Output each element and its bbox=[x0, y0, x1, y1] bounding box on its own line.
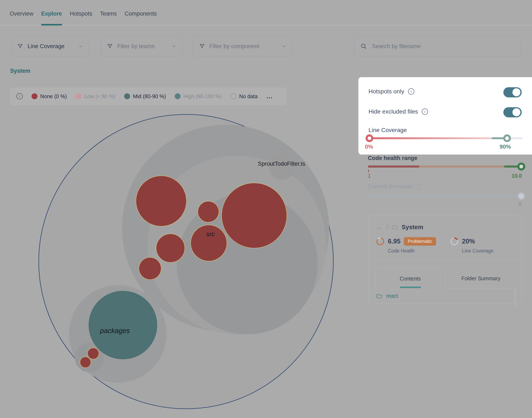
list-item-react[interactable]: react bbox=[369, 289, 521, 303]
legend-dot-outline bbox=[230, 93, 236, 99]
chart-label-src: src bbox=[206, 231, 215, 238]
legend-more-button[interactable]: ... bbox=[266, 93, 273, 100]
code-health-max-value: 10.0 bbox=[505, 173, 522, 179]
top-nav: Overview Explore Hotspots Teams Componen… bbox=[0, 0, 532, 25]
chart-label-packages: packages bbox=[100, 327, 130, 335]
app-page: SproutTodoFilter.tssrcpackages Overview … bbox=[0, 0, 532, 418]
component-filter-placeholder: Filter by component bbox=[209, 43, 259, 50]
legend-label: High (90-100 %) bbox=[183, 93, 222, 99]
search-icon bbox=[360, 43, 367, 50]
line-coverage-value: 20% bbox=[462, 238, 475, 245]
commit-threshold-handle[interactable] bbox=[518, 192, 525, 200]
code-health-range-label: Code health range bbox=[368, 155, 418, 162]
line-coverage-max-handle[interactable] bbox=[503, 134, 511, 142]
teams-filter-dropdown[interactable]: Filter by teams bbox=[101, 36, 182, 56]
legend-item-high[interactable]: High (90-100 %) bbox=[175, 93, 222, 99]
slider-track-red bbox=[368, 137, 492, 139]
folder-icon bbox=[376, 293, 382, 299]
path-separator: / bbox=[387, 224, 388, 231]
line-coverage-donut-icon bbox=[450, 237, 459, 245]
slider-track-tan bbox=[419, 165, 504, 168]
metric-code-health: 6.95 Problematic Code Health bbox=[376, 237, 436, 254]
toggle-knob bbox=[512, 108, 520, 116]
folder-detail-card: ← / System 6.95 Problematic Code Health bbox=[368, 215, 522, 304]
legend-label: Low (< 80 %) bbox=[84, 93, 115, 99]
status-badge: Problematic bbox=[404, 237, 436, 245]
line-coverage-max-value: 90% bbox=[500, 144, 511, 150]
commit-threshold-value: 0 bbox=[511, 201, 521, 207]
file-name: react bbox=[386, 293, 398, 299]
code-health-value: 6.95 bbox=[388, 238, 400, 245]
metric-filter-dropdown[interactable]: Line Coverage bbox=[11, 36, 89, 56]
line-coverage-min-handle[interactable] bbox=[365, 134, 373, 142]
metric-line-coverage: 20% Line Coverage bbox=[450, 237, 494, 254]
hotspot-circle[interactable] bbox=[198, 201, 219, 222]
legend-item-low[interactable]: Low (< 80 %) bbox=[75, 93, 115, 99]
back-arrow-icon[interactable]: ← bbox=[376, 223, 383, 231]
metric-filter-value: Line Coverage bbox=[28, 43, 65, 50]
chevron-down-icon bbox=[171, 44, 177, 49]
legend-dot-red bbox=[32, 93, 37, 99]
code-health-min-tick bbox=[368, 169, 369, 172]
hotspots-only-info-icon[interactable] bbox=[408, 88, 414, 95]
commit-threshold-info-icon[interactable] bbox=[416, 184, 422, 190]
component-filter-dropdown[interactable]: Filter by component bbox=[193, 36, 293, 56]
search-input[interactable] bbox=[372, 43, 515, 50]
card-title: System bbox=[402, 224, 423, 231]
commit-threshold-label: Commit threshold bbox=[368, 183, 422, 190]
coverage-legend: None (0 %) Low (< 80 %) Mid (80-90 %) Hi… bbox=[10, 87, 287, 105]
line-coverage-label: Line Coverage bbox=[462, 248, 494, 254]
card-header: ← / System bbox=[376, 223, 423, 231]
hotspot-circle-packing-chart[interactable]: SproutTodoFilter.tssrcpackages bbox=[0, 0, 532, 418]
chart-label-file: SproutTodoFilter.ts bbox=[258, 161, 305, 167]
tab-folder-summary[interactable]: Folder Summary bbox=[454, 275, 508, 281]
funnel-icon bbox=[17, 43, 23, 49]
hotspot-circle[interactable] bbox=[80, 357, 91, 368]
commit-threshold-slider[interactable] bbox=[368, 195, 522, 197]
legend-dot-teal bbox=[124, 93, 130, 99]
toggle-knob bbox=[512, 88, 520, 96]
hide-excluded-info-icon[interactable] bbox=[422, 108, 428, 115]
hotspot-circle[interactable] bbox=[139, 257, 161, 280]
funnel-icon bbox=[107, 43, 113, 49]
funnel-icon bbox=[199, 43, 205, 49]
hide-excluded-toggle[interactable] bbox=[503, 107, 522, 117]
tab-components[interactable]: Components bbox=[125, 0, 157, 25]
tab-teams[interactable]: Teams bbox=[100, 0, 117, 25]
hotspot-circle[interactable] bbox=[136, 176, 186, 226]
chevron-down-icon bbox=[281, 44, 287, 49]
tab-overview[interactable]: Overview bbox=[10, 0, 34, 25]
slider-track-darkred bbox=[368, 165, 419, 168]
hide-excluded-row: Hide excluded files bbox=[368, 108, 428, 115]
card-scrollbar[interactable] bbox=[515, 289, 516, 308]
breadcrumb-system-link[interactable]: System bbox=[10, 68, 30, 74]
line-coverage-slider[interactable] bbox=[368, 137, 522, 139]
hotspots-only-row: Hotspots only bbox=[368, 88, 414, 95]
active-tab-underline bbox=[400, 287, 421, 288]
folder-icon bbox=[392, 224, 398, 231]
code-health-label: Code Health bbox=[388, 248, 436, 254]
legend-label: None (0 %) bbox=[40, 93, 67, 99]
tab-explore[interactable]: Explore bbox=[41, 0, 62, 25]
legend-dot-pink bbox=[75, 93, 82, 99]
legend-item-nodata[interactable]: No data bbox=[230, 93, 258, 99]
code-health-range-slider[interactable] bbox=[368, 165, 522, 168]
hotspot-circle[interactable] bbox=[156, 234, 185, 262]
code-health-donut-icon bbox=[376, 237, 385, 245]
teams-filter-placeholder: Filter by teams bbox=[117, 43, 155, 50]
tab-hotspots[interactable]: Hotspots bbox=[70, 0, 92, 25]
legend-item-none[interactable]: None (0 %) bbox=[32, 93, 67, 99]
legend-label: No data bbox=[239, 93, 258, 99]
hide-excluded-label: Hide excluded files bbox=[368, 108, 418, 115]
package-circle-packages[interactable] bbox=[89, 291, 157, 359]
legend-item-mid[interactable]: Mid (80-90 %) bbox=[124, 93, 166, 99]
hotspot-circle[interactable] bbox=[87, 348, 99, 359]
hotspots-only-toggle[interactable] bbox=[503, 87, 522, 97]
tab-contents[interactable]: Contents bbox=[375, 268, 446, 289]
filename-search bbox=[354, 36, 521, 56]
hotspot-circle[interactable] bbox=[222, 183, 287, 248]
legend-dot-teal-light bbox=[175, 93, 181, 99]
legend-info-icon[interactable] bbox=[16, 93, 23, 99]
code-health-range-handle[interactable] bbox=[517, 163, 525, 171]
legend-label: Mid (80-90 %) bbox=[133, 93, 166, 99]
